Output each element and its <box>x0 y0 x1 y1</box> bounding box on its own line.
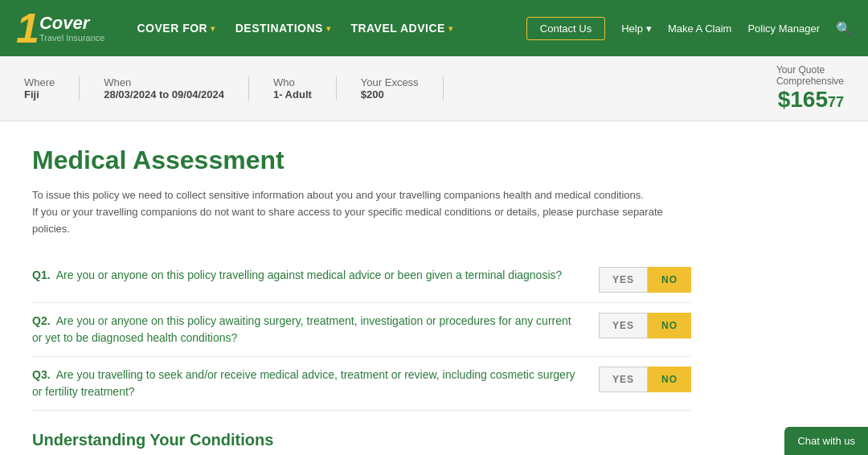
intro-text: To issue this policy we need to collect … <box>32 187 691 237</box>
question-1-content: Are you or anyone on this policy travell… <box>56 268 563 281</box>
quote-where: Where Fiji <box>24 76 80 100</box>
logo-text-group: Cover Travel Insurance <box>39 14 105 43</box>
excess-label: Your Excess <box>361 76 419 88</box>
chevron-down-icon: ▾ <box>211 24 215 33</box>
quote-when: When 28/03/2024 to 09/04/2024 <box>104 76 249 100</box>
question-2-num: Q2. <box>32 314 51 327</box>
excess-value: $200 <box>361 88 419 100</box>
when-label: When <box>104 76 224 88</box>
intro-line1: To issue this policy we need to collect … <box>32 189 644 201</box>
question-3-buttons: YES NO <box>599 367 691 392</box>
main-nav: COVER FOR ▾ DESTINATIONS ▾ TRAVEL ADVICE… <box>129 15 461 41</box>
policy-manager-link[interactable]: Policy Manager <box>747 23 820 35</box>
logo-number: 1 <box>16 7 39 49</box>
chat-widget[interactable]: Chat with us <box>784 427 868 455</box>
logo-sub-text: Travel Insurance <box>39 33 105 43</box>
nav-travel-advice[interactable]: TRAVEL ADVICE ▾ <box>342 15 461 41</box>
logo-cover-text: Cover <box>39 14 105 33</box>
chevron-down-icon: ▾ <box>448 24 453 33</box>
quote-price-section: Your Quote Comprehensive $16577 <box>776 64 844 113</box>
search-icon[interactable]: 🔍 <box>836 21 852 36</box>
where-value: Fiji <box>24 88 55 100</box>
header: 1 Cover Travel Insurance COVER FOR ▾ DES… <box>0 0 868 56</box>
where-label: Where <box>24 76 55 88</box>
price-cents: 77 <box>828 94 844 110</box>
question-3-num: Q3. <box>32 368 51 381</box>
quote-price-display: $16577 <box>778 87 844 113</box>
nav-travel-advice-label: TRAVEL ADVICE <box>350 22 444 35</box>
question-2-text: Q2. Are you or anyone on this policy awa… <box>32 313 583 346</box>
q2-no-button[interactable]: NO <box>648 313 691 338</box>
header-left: 1 Cover Travel Insurance COVER FOR ▾ DES… <box>16 7 461 49</box>
nav-destinations[interactable]: DESTINATIONS ▾ <box>227 15 339 41</box>
quote-label-text: Your Quote <box>776 64 825 76</box>
q2-yes-button[interactable]: YES <box>599 313 648 338</box>
question-2-content: Are you or anyone on this policy awaitin… <box>32 314 571 344</box>
question-1-buttons: YES NO <box>599 267 691 293</box>
question-2-buttons: YES NO <box>599 313 691 338</box>
q1-no-button[interactable]: NO <box>648 267 691 293</box>
who-value: 1- Adult <box>273 88 312 100</box>
contact-us-button[interactable]: Contact Us <box>526 17 605 40</box>
question-3-row: Q3. Are you travelling to seek and/or re… <box>32 357 691 411</box>
header-right: Contact Us Help ▾ Make A Claim Policy Ma… <box>526 17 852 40</box>
main-content: Medical Assessment To issue this policy … <box>0 121 723 455</box>
nav-cover-for[interactable]: COVER FOR ▾ <box>129 15 223 41</box>
price-dollars: $165 <box>778 87 828 112</box>
question-3-text: Q3. Are you travelling to seek and/or re… <box>32 367 583 400</box>
question-1-text: Q1. Are you or anyone on this policy tra… <box>32 267 583 284</box>
q3-yes-button[interactable]: YES <box>599 367 648 392</box>
understanding-section-title: Understanding Your Conditions <box>32 431 691 449</box>
quote-who: Who 1- Adult <box>273 76 337 100</box>
when-value: 28/03/2024 to 09/04/2024 <box>104 88 224 100</box>
question-1-num: Q1. <box>32 268 51 281</box>
who-label: Who <box>273 76 312 88</box>
quote-excess: Your Excess $200 <box>361 76 444 100</box>
logo[interactable]: 1 Cover Travel Insurance <box>16 7 104 49</box>
chevron-down-icon: ▾ <box>326 24 331 33</box>
q1-yes-button[interactable]: YES <box>599 267 648 293</box>
quote-sublabel-text: Comprehensive <box>776 76 844 87</box>
quote-bar: Where Fiji When 28/03/2024 to 09/04/2024… <box>0 56 868 121</box>
help-label: Help <box>621 23 643 35</box>
question-3-content: Are you travelling to seek and/or receiv… <box>32 368 575 398</box>
question-1-row: Q1. Are you or anyone on this policy tra… <box>32 257 691 303</box>
quote-type-label: Your Quote Comprehensive <box>776 64 844 87</box>
nav-destinations-label: DESTINATIONS <box>235 22 323 35</box>
intro-line2: If you or your travelling companions do … <box>32 206 663 235</box>
make-claim-link[interactable]: Make A Claim <box>668 23 731 35</box>
question-2-row: Q2. Are you or anyone on this policy awa… <box>32 303 691 357</box>
help-link[interactable]: Help ▾ <box>621 23 652 35</box>
nav-cover-for-label: COVER FOR <box>137 22 207 35</box>
q3-no-button[interactable]: NO <box>648 367 691 392</box>
chevron-down-icon: ▾ <box>646 23 652 35</box>
header-right-links: Help ▾ Make A Claim Policy Manager 🔍 <box>621 21 852 36</box>
page-title: Medical Assessment <box>32 146 691 175</box>
